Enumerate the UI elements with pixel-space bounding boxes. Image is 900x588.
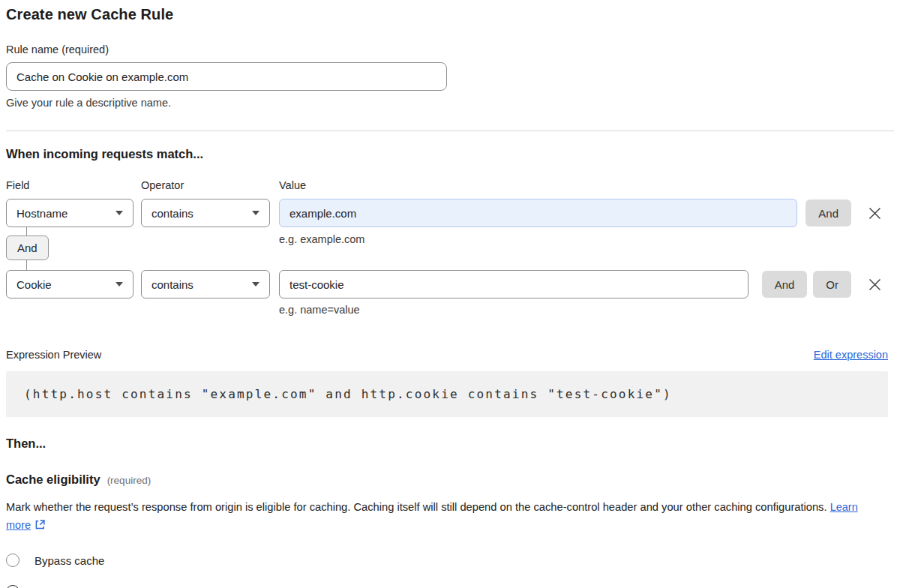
and-button-1[interactable]: And — [806, 200, 851, 226]
cache-eligibility-title: Cache eligibility — [6, 472, 100, 487]
operator-select-2[interactable]: contains — [141, 270, 270, 298]
radio-label-eligible: Eligible for cache — [34, 586, 128, 588]
value-hint-1: e.g. example.com — [279, 233, 364, 245]
chevron-down-icon — [252, 211, 260, 215]
condition-row-1: Hostname contains And — [6, 199, 882, 227]
value-input-1[interactable] — [279, 199, 797, 227]
then-heading: Then... — [6, 436, 894, 451]
value-input-2[interactable] — [279, 270, 748, 298]
field-select-1-value: Hostname — [16, 207, 68, 220]
section-divider — [6, 130, 894, 131]
create-cache-rule-form: Create new Cache Rule Rule name (require… — [0, 0, 894, 588]
chevron-down-icon — [252, 282, 260, 286]
close-icon — [868, 278, 881, 291]
expression-preview-code: (http.host contains "example.com" and ht… — [6, 371, 888, 417]
remove-condition-button-1[interactable] — [867, 206, 882, 220]
radio-label-bypass: Bypass cache — [34, 554, 104, 567]
chevron-down-icon — [116, 211, 123, 215]
operator-select-2-value: contains — [152, 278, 194, 291]
expression-builder: Field Operator Value Hostname contains A… — [6, 179, 882, 316]
required-note: (required) — [107, 475, 152, 486]
radio-option-eligible-for-cache[interactable]: Eligible for cache — [6, 585, 894, 588]
radio-unselected-icon[interactable] — [6, 554, 20, 567]
field-select-2-value: Cookie — [16, 278, 52, 291]
operator-column-label: Operator — [141, 179, 270, 191]
rule-name-input[interactable] — [6, 62, 447, 91]
field-select-2[interactable]: Cookie — [6, 270, 134, 298]
operator-select-1-value: contains — [152, 207, 194, 220]
field-column-label: Field — [6, 179, 134, 191]
expression-preview-header: Expression Preview Edit expression — [6, 349, 888, 361]
description-text: Mark whether the request’s response from… — [6, 501, 827, 513]
operator-select-1[interactable]: contains — [141, 199, 270, 227]
close-icon — [868, 207, 881, 220]
radio-option-bypass-cache[interactable]: Bypass cache — [6, 554, 894, 567]
match-heading: When incoming requests match... — [6, 147, 894, 161]
rule-name-help: Give your rule a descriptive name. — [6, 97, 894, 109]
condition-row-2: Cookie contains And Or — [6, 270, 882, 298]
value-hint-2: e.g. name=value — [279, 304, 882, 316]
chevron-down-icon — [116, 282, 123, 286]
cache-eligibility-heading: Cache eligibility (required) — [6, 472, 894, 487]
rule-name-label: Rule name (required) — [6, 44, 894, 56]
connector-buttons-2: And Or — [762, 271, 851, 298]
expression-preview-label: Expression Preview — [6, 349, 101, 361]
external-link-icon — [34, 519, 46, 530]
edit-expression-link[interactable]: Edit expression — [814, 349, 888, 361]
field-select-1[interactable]: Hostname — [6, 199, 134, 227]
builder-column-labels: Field Operator Value — [6, 179, 882, 191]
connector-buttons-1: And — [806, 200, 851, 226]
and-connector-button[interactable]: And — [6, 236, 49, 260]
or-button-2[interactable]: Or — [813, 271, 851, 298]
value-column-label: Value — [279, 179, 306, 191]
condition-connector-band: And e.g. example.com — [6, 227, 882, 270]
page-title: Create new Cache Rule — [6, 6, 894, 23]
remove-condition-button-2[interactable] — [867, 277, 882, 292]
and-button-2[interactable]: And — [762, 271, 808, 298]
cache-eligibility-description: Mark whether the request’s response from… — [6, 498, 868, 534]
radio-selected-icon[interactable] — [6, 585, 20, 588]
